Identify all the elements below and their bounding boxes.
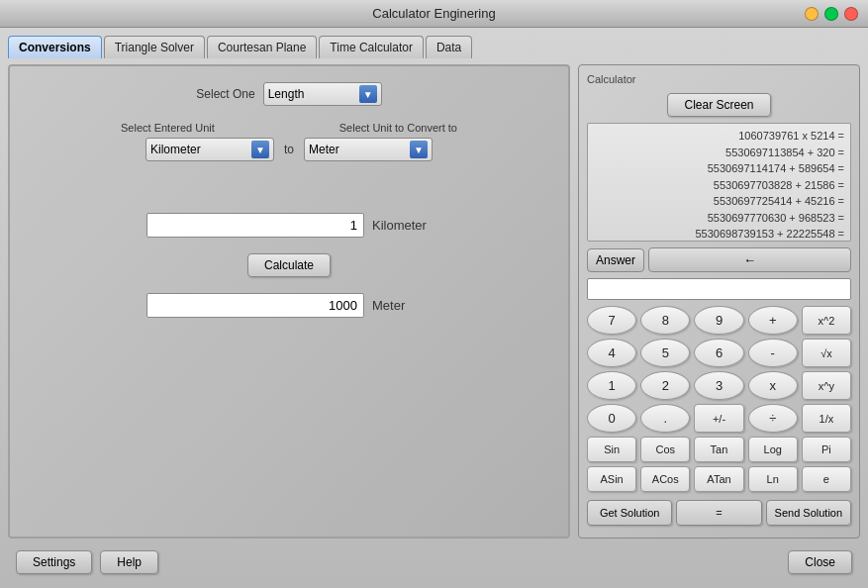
output-unit-label: Meter	[372, 298, 432, 313]
minimize-button[interactable]	[805, 7, 819, 21]
history-line-4: 5530697703828 + 21586 =	[594, 177, 844, 194]
btn-atan[interactable]: ATan	[694, 466, 743, 492]
calc-grid: 7 8 9 + x^2 4 5 6 - √x 1 2 3 x x^y 0 .	[587, 306, 851, 492]
btn-pi[interactable]: Pi	[802, 437, 851, 462]
send-solution-button[interactable]: Send Solution	[766, 500, 851, 526]
btn-power[interactable]: x^y	[802, 371, 851, 400]
window-title: Calculator Enginering	[372, 6, 495, 21]
entered-unit-arrow-icon: ▼	[251, 141, 269, 158]
btn-multiply[interactable]: x	[748, 371, 798, 400]
clear-screen-row: Clear Screen	[587, 93, 851, 117]
btn-cos[interactable]: Cos	[640, 437, 690, 462]
answer-backspace-row: Answer ←	[587, 247, 851, 272]
btn-sin[interactable]: Sin	[587, 437, 636, 462]
convert-unit-dropdown[interactable]: Meter ▼	[304, 138, 433, 161]
tab-courtesan-plane[interactable]: Courtesan Plane	[207, 36, 317, 58]
left-panel: Select One Length ▼ Select Entered Unit …	[8, 64, 570, 539]
btn-1[interactable]: 1	[587, 371, 636, 400]
right-panel: Calculator Clear Screen 1060739761 x 521…	[578, 64, 860, 539]
backspace-button[interactable]: ←	[648, 247, 851, 272]
result-output[interactable]	[146, 293, 364, 318]
select-one-label: Select One	[196, 87, 254, 101]
btn-divide[interactable]: ÷	[748, 404, 798, 433]
tab-bar: Conversions Triangle Solver Courtesan Pl…	[8, 36, 860, 58]
calculate-button[interactable]: Calculate	[247, 253, 331, 277]
title-bar: Calculator Enginering	[0, 0, 868, 28]
btn-minus[interactable]: -	[748, 339, 798, 367]
btn-0[interactable]: 0	[587, 404, 636, 433]
convert-unit-arrow-icon: ▼	[410, 141, 428, 158]
answer-button[interactable]: Answer	[587, 248, 644, 272]
unit-labels-row: Select Entered Unit Select Unit to Conve…	[121, 122, 457, 134]
value-input[interactable]	[146, 213, 364, 238]
history-line-1: 1060739761 x 5214 =	[594, 128, 844, 145]
close-button[interactable]	[844, 7, 858, 21]
btn-3[interactable]: 3	[694, 371, 743, 400]
window-controls	[805, 7, 858, 21]
select-entered-unit-label: Select Entered Unit	[121, 122, 215, 134]
dropdown-arrow-icon: ▼	[359, 85, 377, 103]
btn-9[interactable]: 9	[694, 306, 743, 335]
btn-8[interactable]: 8	[640, 306, 690, 335]
help-button[interactable]: Help	[100, 550, 158, 574]
entered-unit-dropdown[interactable]: Kilometer ▼	[145, 138, 274, 161]
history-line-2: 5530697113854 + 320 =	[594, 145, 844, 161]
btn-reciprocal[interactable]: 1/x	[802, 404, 851, 433]
btn-log[interactable]: Log	[748, 437, 798, 462]
btn-6[interactable]: 6	[694, 339, 743, 367]
unit-selectors-row: Kilometer ▼ to Meter ▼	[145, 138, 433, 161]
history-line-6: 5530697770630 + 968523 =	[594, 210, 844, 227]
btn-sqrt[interactable]: √x	[802, 339, 851, 367]
btn-decimal[interactable]: .	[640, 404, 690, 433]
to-label: to	[284, 143, 294, 156]
btn-7[interactable]: 7	[587, 306, 636, 335]
calc-display-input[interactable]	[587, 278, 851, 300]
history-line-5: 5530697725414 + 45216 =	[594, 193, 844, 210]
tab-conversions[interactable]: Conversions	[8, 36, 102, 58]
btn-asin[interactable]: ASin	[587, 466, 636, 492]
calculator-group-label: Calculator	[587, 73, 851, 85]
input-row: Kilometer	[146, 213, 432, 238]
history-line-7: 5530698739153 + 22225548 =	[594, 226, 844, 242]
get-solution-button[interactable]: Get Solution	[587, 500, 672, 526]
maximize-button[interactable]	[824, 7, 838, 21]
btn-5[interactable]: 5	[640, 339, 690, 367]
btn-plus[interactable]: +	[748, 306, 798, 335]
close-app-button[interactable]: Close	[788, 550, 852, 574]
unit-selector-area: Select Entered Unit Select Unit to Conve…	[26, 122, 552, 161]
btn-acos[interactable]: ACos	[640, 466, 690, 492]
clear-screen-button[interactable]: Clear Screen	[667, 93, 770, 117]
main-window: Conversions Triangle Solver Courtesan Pl…	[0, 28, 868, 588]
equals-button[interactable]: =	[676, 500, 761, 526]
content-area: Select One Length ▼ Select Entered Unit …	[8, 64, 860, 539]
btn-tan[interactable]: Tan	[694, 437, 743, 462]
output-row: Meter	[146, 293, 432, 318]
tab-data[interactable]: Data	[426, 36, 472, 58]
tab-triangle-solver[interactable]: Triangle Solver	[104, 36, 205, 58]
select-unit-to-convert-label: Select Unit to Convert to	[339, 122, 457, 134]
footer-left: Settings Help	[16, 550, 158, 574]
history-line-3: 5530697114174 + 589654 =	[594, 160, 844, 177]
btn-negate[interactable]: +/-	[694, 404, 743, 433]
btn-ln[interactable]: Ln	[748, 466, 798, 492]
input-unit-label: Kilometer	[372, 218, 432, 233]
tab-time-calculator[interactable]: Time Calculator	[319, 36, 424, 58]
select-one-row: Select One Length ▼	[196, 82, 381, 106]
footer: Settings Help Close	[8, 544, 860, 580]
btn-2[interactable]: 2	[640, 371, 690, 400]
btn-4[interactable]: 4	[587, 339, 636, 367]
btn-square[interactable]: x^2	[802, 306, 851, 335]
calc-bottom-row: Get Solution = Send Solution	[587, 500, 851, 526]
settings-button[interactable]: Settings	[16, 550, 92, 574]
btn-e[interactable]: e	[802, 466, 851, 492]
history-box: 1060739761 x 5214 = 5530697113854 + 320 …	[587, 123, 851, 242]
select-one-dropdown[interactable]: Length ▼	[263, 82, 382, 106]
